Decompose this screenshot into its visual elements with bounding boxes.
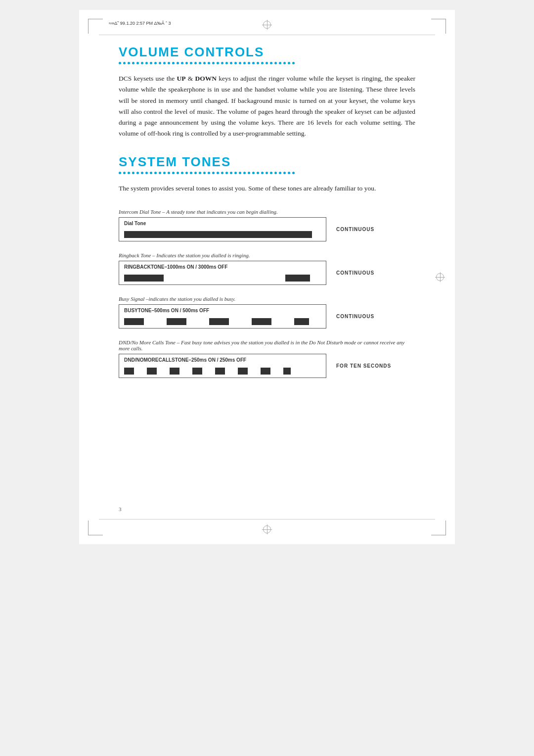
bottom-rule — [99, 519, 435, 520]
tone-entry-ringback: Ringback Tone – Indicates the station yo… — [119, 252, 415, 285]
volume-dots-separator — [119, 62, 415, 64]
corner-mark-bl — [88, 520, 103, 535]
system-dots-separator — [119, 172, 415, 174]
tone-name-dial: Dial Tone — [124, 221, 321, 226]
page-number: 3 — [119, 506, 122, 512]
tone-label-busy: Busy Signal –indicates the station you d… — [119, 296, 415, 302]
tone-label-dial: Intercom Dial Tone – A steady tone that … — [119, 209, 415, 215]
top-rule — [99, 35, 435, 35]
tone-name-dnd: DND/NOMORECALLSTONE–250ms ON / 250ms OFF — [124, 357, 321, 363]
tone-row-dnd: DND/NOMORECALLSTONE–250ms ON / 250ms OFF — [119, 354, 415, 378]
tone-bar-b5 — [294, 318, 309, 325]
tone-continuous-busy: CONTINUOUS — [336, 314, 386, 319]
tone-continuous-dial: CONTINUOUS — [336, 227, 386, 232]
tone-bar-d2 — [147, 368, 157, 375]
tone-continuous-ringback: CONTINUOUS — [336, 270, 386, 276]
tone-bar-b2 — [167, 318, 186, 325]
system-tones-intro: The system provides several tones to ass… — [119, 183, 415, 194]
page: ≈∞Δ˜ 99.1.20 2:57 PM Δ‰Ã ˆ 3 VOLUME CONT… — [79, 10, 455, 544]
tone-label-dnd: DND/No More Calls Tone – Fast busy tone … — [119, 339, 415, 351]
tone-bar-d3 — [170, 368, 179, 375]
corner-mark-br — [431, 520, 446, 535]
tone-bars-busy — [124, 315, 321, 325]
tone-bars-dial — [124, 228, 321, 238]
volume-controls-section: VOLUME CONTROLS DCS keysets use the UP &… — [119, 45, 415, 140]
corner-mark-tr — [431, 19, 446, 34]
tone-diagram-busy: BUSYTONE–500ms ON / 500ms OFF — [119, 304, 326, 329]
tone-diagrams: Intercom Dial Tone – A steady tone that … — [119, 209, 415, 378]
tone-bar-solid — [124, 231, 312, 238]
tone-label-ringback: Ringback Tone – Indicates the station yo… — [119, 252, 415, 258]
tone-bar-d4 — [192, 368, 202, 375]
tone-name-busy: BUSYTONE–500ms ON / 500ms OFF — [124, 308, 321, 313]
tone-row-ringback: RINGBACKTONE–1000ms ON / 3000ms OFF CONT… — [119, 261, 415, 285]
tone-bar-d5 — [215, 368, 225, 375]
reg-cross-bottom — [262, 524, 272, 534]
tone-entry-dnd: DND/No More Calls Tone – Fast busy tone … — [119, 339, 415, 378]
header-info: ≈∞Δ˜ 99.1.20 2:57 PM Δ‰Ã ˆ 3 — [109, 21, 171, 26]
tone-bar-b1 — [124, 318, 144, 325]
tone-diagram-dnd: DND/NOMORECALLSTONE–250ms ON / 250ms OFF — [119, 354, 326, 378]
volume-controls-title: VOLUME CONTROLS — [119, 45, 415, 60]
tone-bar-b3 — [209, 318, 229, 325]
tone-row-busy: BUSYTONE–500ms ON / 500ms OFF — [119, 304, 415, 329]
tone-bar-rb1 — [124, 275, 164, 282]
tone-bar-b4 — [252, 318, 271, 325]
tone-diagram-ringback: RINGBACKTONE–1000ms ON / 3000ms OFF — [119, 261, 326, 285]
reg-cross-top — [262, 20, 272, 30]
main-content: VOLUME CONTROLS DCS keysets use the UP &… — [119, 45, 415, 378]
tone-bars-dnd — [124, 365, 321, 375]
tone-entry-busy: Busy Signal –indicates the station you d… — [119, 296, 415, 329]
system-tones-section: SYSTEM TONES The system provides several… — [119, 154, 415, 378]
tone-diagram-dial: Dial Tone — [119, 217, 326, 241]
system-tones-title: SYSTEM TONES — [119, 154, 415, 170]
tone-continuous-dnd: FOR TEN SECONDS — [336, 363, 391, 369]
tone-bar-d6 — [238, 368, 248, 375]
corner-mark-tl — [88, 19, 103, 34]
tone-bars-ringback — [124, 272, 321, 282]
tone-bar-d8 — [283, 368, 291, 375]
tone-bar-rb2 — [285, 275, 310, 282]
volume-controls-body: DCS keysets use the UP & DOWN keys to ad… — [119, 73, 415, 140]
tone-row-dial: Dial Tone CONTINUOUS — [119, 217, 415, 241]
tone-name-ringback: RINGBACKTONE–1000ms ON / 3000ms OFF — [124, 264, 321, 270]
tone-bar-d1 — [124, 368, 134, 375]
tone-bar-d7 — [261, 368, 270, 375]
reg-cross-right — [435, 272, 445, 282]
tone-entry-dial: Intercom Dial Tone – A steady tone that … — [119, 209, 415, 241]
